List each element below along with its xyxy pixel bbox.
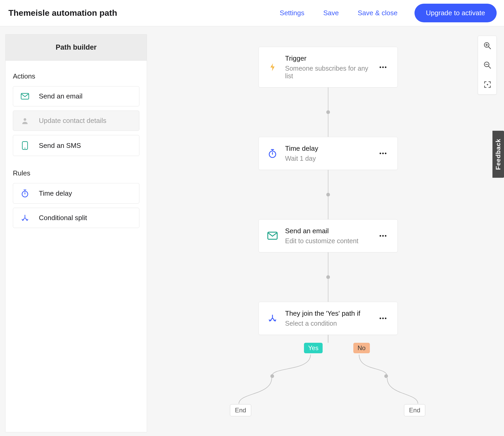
mail-icon [267, 232, 278, 240]
save-link[interactable]: Save [323, 9, 339, 17]
node-trigger-sub: Someone subscribes for any list [285, 65, 372, 80]
connector [328, 196, 328, 219]
rule-time-delay-label: Time delay [39, 189, 72, 198]
lightning-icon [267, 63, 278, 72]
connector [328, 252, 328, 276]
actions-heading: Actions [13, 72, 139, 80]
rule-conditional-split[interactable]: Conditional split [13, 208, 139, 228]
action-send-sms[interactable]: Send an SMS [13, 135, 139, 156]
connector-dot [326, 193, 330, 196]
node-delay[interactable]: Time delay Wait 1 day [259, 137, 398, 170]
zoom-out-icon [483, 61, 492, 69]
settings-link[interactable]: Settings [280, 9, 304, 17]
action-send-sms-label: Send an SMS [39, 142, 81, 150]
upgrade-button[interactable]: Upgrade to activate [414, 4, 497, 22]
action-send-email-label: Send an email [39, 92, 82, 100]
node-email-title: Send an email [285, 227, 372, 235]
feedback-tab[interactable]: Feedback [492, 131, 504, 178]
svg-point-16 [380, 318, 381, 319]
mail-icon [20, 93, 29, 100]
svg-point-13 [380, 235, 381, 237]
header-actions: Settings Save Save & close Upgrade to ac… [280, 4, 497, 22]
svg-point-7 [385, 66, 386, 68]
node-delay-title: Time delay [285, 144, 372, 153]
stopwatch-icon [267, 149, 278, 158]
connector-dot [270, 374, 274, 378]
node-delay-menu[interactable] [379, 152, 390, 154]
zoom-in-icon [483, 41, 492, 50]
connector [328, 114, 328, 137]
sidebar-header: Path builder [6, 34, 147, 61]
node-email[interactable]: Send an email Edit to customize content [259, 219, 398, 252]
connector-dot [326, 275, 330, 279]
node-trigger-menu[interactable] [379, 66, 390, 68]
svg-point-5 [380, 66, 381, 68]
save-close-link[interactable]: Save & close [358, 9, 398, 17]
node-email-menu[interactable] [379, 235, 390, 237]
fit-view-button[interactable] [478, 75, 497, 94]
node-split-menu[interactable] [379, 317, 390, 319]
action-update-contact: Update contact details [13, 111, 139, 131]
end-node-yes[interactable]: End [230, 404, 251, 416]
svg-point-14 [382, 235, 384, 237]
page-title: Themeisle automation path [8, 8, 117, 18]
zoom-controls [478, 36, 497, 95]
fit-icon [484, 81, 491, 89]
split-branches: Yes No End End [226, 335, 430, 416]
svg-point-17 [382, 318, 384, 319]
node-delay-sub: Wait 1 day [285, 155, 372, 162]
branch-no[interactable]: No [353, 343, 370, 353]
node-split-sub: Select a condition [285, 320, 372, 327]
connector [328, 279, 328, 302]
sidebar-title: Path builder [6, 43, 147, 51]
svg-point-18 [385, 318, 386, 319]
node-split[interactable]: They join the 'Yes' path if Select a con… [259, 302, 398, 335]
svg-point-3 [24, 148, 25, 149]
rule-time-delay[interactable]: Time delay [13, 183, 139, 204]
node-split-title: They join the 'Yes' path if [285, 309, 372, 318]
rule-conditional-split-label: Conditional split [39, 214, 87, 222]
flow: Trigger Someone subscribes for any list … [220, 47, 436, 416]
svg-point-21 [487, 84, 488, 85]
connector-dot [326, 110, 330, 114]
canvas[interactable]: Trigger Someone subscribes for any list … [152, 26, 504, 436]
connector [328, 87, 328, 111]
branch-lines [226, 335, 430, 416]
connector-dot [384, 374, 388, 378]
svg-point-11 [385, 153, 386, 154]
stopwatch-icon [20, 189, 29, 198]
person-icon [20, 117, 29, 125]
rules-heading: Rules [13, 169, 139, 177]
branch-yes[interactable]: Yes [304, 343, 323, 353]
header: Themeisle automation path Settings Save … [0, 0, 504, 26]
phone-icon [20, 141, 29, 150]
split-icon [20, 214, 29, 222]
sidebar: Path builder Actions Send an email Updat… [5, 34, 147, 432]
connector [328, 170, 328, 193]
svg-point-9 [380, 153, 381, 154]
node-trigger[interactable]: Trigger Someone subscribes for any list [259, 47, 398, 87]
svg-point-15 [385, 235, 386, 237]
svg-point-10 [382, 153, 384, 154]
zoom-in-button[interactable] [478, 36, 497, 55]
split-icon [267, 314, 278, 323]
node-email-sub: Edit to customize content [285, 237, 372, 245]
action-send-email[interactable]: Send an email [13, 86, 139, 106]
svg-point-6 [382, 66, 384, 68]
zoom-out-button[interactable] [478, 55, 497, 75]
action-update-contact-label: Update contact details [39, 117, 106, 125]
end-node-no[interactable]: End [404, 404, 425, 416]
node-trigger-title: Trigger [285, 54, 372, 63]
svg-point-1 [24, 118, 26, 121]
